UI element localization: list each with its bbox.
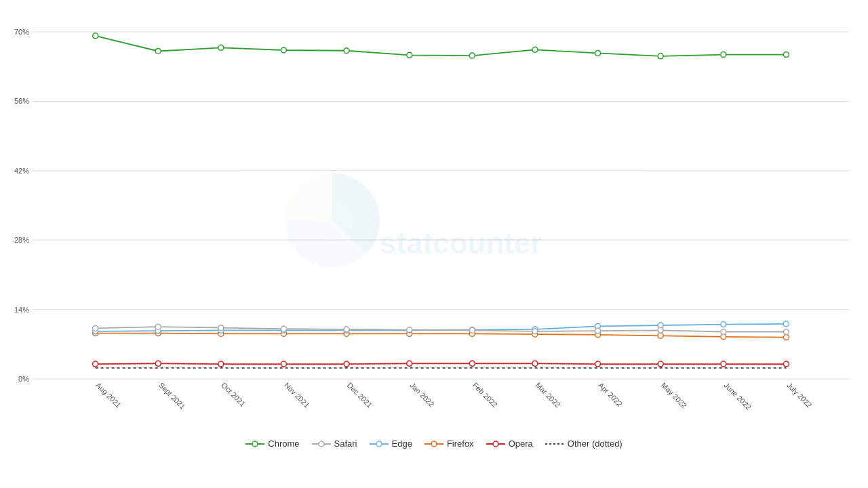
chrome-legend-label: Chrome	[268, 439, 299, 449]
legend-item-chrome: Chrome	[245, 439, 299, 449]
svg-point-7	[431, 441, 437, 447]
svg-point-5	[376, 441, 382, 447]
safari-legend-label: Safari	[334, 439, 357, 449]
chrome-legend-icon	[245, 439, 264, 449]
firefox-legend-label: Firefox	[447, 439, 474, 449]
other-legend-label: Other (dotted)	[568, 439, 623, 449]
edge-legend-icon	[370, 439, 389, 449]
svg-point-9	[493, 441, 498, 447]
main-chart	[0, 10, 868, 433]
legend-item-opera: Opera	[486, 439, 533, 449]
chart-container: ChromeSafariEdgeFirefoxOperaOther (dotte…	[0, 0, 868, 488]
edge-legend-label: Edge	[392, 439, 412, 449]
firefox-legend-icon	[425, 439, 443, 449]
legend-item-edge: Edge	[370, 439, 412, 449]
legend-item-other: Other (dotted)	[545, 439, 623, 449]
legend-item-safari: Safari	[312, 439, 357, 449]
safari-legend-icon	[312, 439, 331, 449]
opera-legend-icon	[486, 439, 505, 449]
chart-title	[0, 0, 868, 7]
other-legend-icon	[545, 439, 564, 449]
legend-item-firefox: Firefox	[425, 439, 474, 449]
chart-legend: ChromeSafariEdgeFirefoxOperaOther (dotte…	[0, 433, 868, 451]
opera-legend-label: Opera	[509, 439, 533, 449]
svg-point-3	[319, 441, 324, 447]
svg-point-1	[252, 441, 258, 447]
